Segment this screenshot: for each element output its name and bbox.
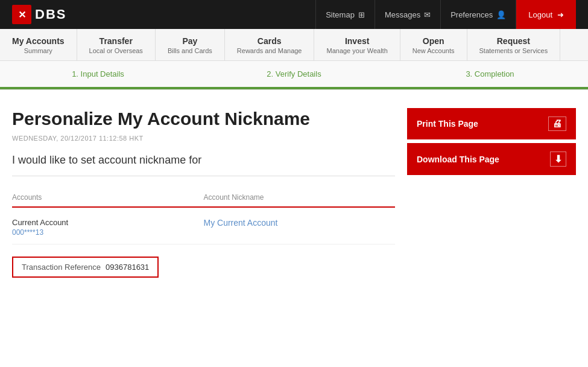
- nav-my-accounts-title: My Accounts: [12, 36, 65, 46]
- account-col: Current Account 000****13: [12, 218, 204, 237]
- print-icon: 🖨: [548, 116, 566, 131]
- nav-pay-sub: Bills and Cards: [168, 47, 212, 54]
- step-1: 1. Input Details: [0, 61, 196, 89]
- nav-invest-sub: Manage your Wealth: [326, 47, 387, 54]
- transaction-label: Transaction Reference: [22, 263, 101, 272]
- preferences-label: Preferences: [450, 10, 493, 19]
- step-1-label: 1. Input Details: [72, 69, 124, 78]
- step-3-label: 3. Completion: [466, 69, 514, 78]
- transaction-value: 0936781631: [106, 263, 149, 272]
- messages-link[interactable]: Messages ✉: [375, 0, 441, 29]
- nav-my-accounts[interactable]: My Accounts Summary: [0, 29, 77, 60]
- main-nav: My Accounts Summary Transfer Local or Ov…: [0, 29, 588, 61]
- brand-icon: ✕: [12, 5, 31, 24]
- download-label: Download This Page: [417, 155, 499, 164]
- nav-pay-title: Pay: [168, 36, 212, 46]
- nickname-col: My Current Account: [204, 218, 396, 228]
- messages-label: Messages: [385, 10, 420, 19]
- step-2-label: 2. Verify Details: [267, 69, 321, 78]
- step-2: 2. Verify Details: [196, 61, 392, 89]
- nav-transfer[interactable]: Transfer Local or Overseas: [77, 29, 156, 60]
- brand-x: ✕: [18, 9, 26, 21]
- logout-label: Logout: [528, 10, 552, 19]
- top-bar: ✕ DBS Sitemap ⊞ Messages ✉ Preferences 👤…: [0, 0, 588, 29]
- description-text: I would like to set account nickname for: [12, 154, 395, 176]
- messages-icon: ✉: [424, 10, 431, 19]
- print-label: Print This Page: [417, 119, 478, 129]
- print-button[interactable]: Print This Page 🖨: [407, 108, 576, 139]
- logo: ✕ DBS: [12, 5, 66, 24]
- step-3: 3. Completion: [392, 61, 588, 89]
- col-header-account: Accounts: [12, 193, 204, 202]
- steps-container: 1. Input Details 2. Verify Details 3. Co…: [0, 61, 588, 89]
- table-row: Current Account 000****13 My Current Acc…: [12, 211, 395, 244]
- nav-cards-title: Cards: [237, 36, 302, 46]
- nav-cards[interactable]: Cards Rewards and Manage: [225, 29, 315, 60]
- preferences-link[interactable]: Preferences 👤: [441, 0, 516, 29]
- nav-cards-sub: Rewards and Manage: [237, 47, 302, 54]
- nav-open[interactable]: Open New Accounts: [400, 29, 467, 60]
- nav-open-title: Open: [413, 36, 455, 46]
- nav-request-sub: Statements or Services: [479, 47, 548, 54]
- content-left: Personalize My Account Nickname WEDNESDA…: [12, 108, 395, 278]
- logout-icon: ➜: [557, 10, 564, 19]
- table-header: Accounts Account Nickname: [12, 188, 395, 208]
- brand-name: DBS: [35, 7, 66, 22]
- nav-transfer-title: Transfer: [89, 36, 143, 46]
- steps-bar: 1. Input Details 2. Verify Details 3. Co…: [0, 61, 588, 90]
- preferences-icon: 👤: [496, 10, 506, 19]
- sitemap-link[interactable]: Sitemap ⊞: [315, 0, 375, 29]
- nav-transfer-sub: Local or Overseas: [89, 47, 143, 54]
- page-title: Personalize My Account Nickname: [12, 108, 395, 130]
- nav-my-accounts-sub: Summary: [12, 47, 65, 54]
- accounts-table: Accounts Account Nickname Current Accoun…: [12, 188, 395, 244]
- nav-invest-title: Invest: [326, 36, 387, 46]
- account-number: 000****13: [12, 228, 204, 237]
- nav-invest[interactable]: Invest Manage your Wealth: [314, 29, 400, 60]
- nav-pay[interactable]: Pay Bills and Cards: [156, 29, 225, 60]
- download-icon: ⬇: [550, 152, 566, 167]
- sitemap-label: Sitemap: [326, 10, 355, 19]
- top-nav-links: Sitemap ⊞ Messages ✉ Preferences 👤 Logou…: [315, 0, 576, 29]
- nav-open-sub: New Accounts: [413, 47, 455, 54]
- sitemap-icon: ⊞: [358, 10, 365, 19]
- main-content: Personalize My Account Nickname WEDNESDA…: [0, 90, 588, 290]
- account-type: Current Account: [12, 218, 204, 227]
- nav-request[interactable]: Request Statements or Services: [467, 29, 561, 60]
- logout-button[interactable]: Logout ➜: [516, 0, 576, 29]
- transaction-reference: Transaction Reference 0936781631: [12, 257, 159, 278]
- nav-request-title: Request: [479, 36, 548, 46]
- page-date: WEDNESDAY, 20/12/2017 11:12:58 HKT: [12, 135, 395, 142]
- download-button[interactable]: Download This Page ⬇: [407, 143, 576, 175]
- content-right: Print This Page 🖨 Download This Page ⬇: [407, 108, 576, 278]
- col-header-nickname: Account Nickname: [204, 193, 396, 202]
